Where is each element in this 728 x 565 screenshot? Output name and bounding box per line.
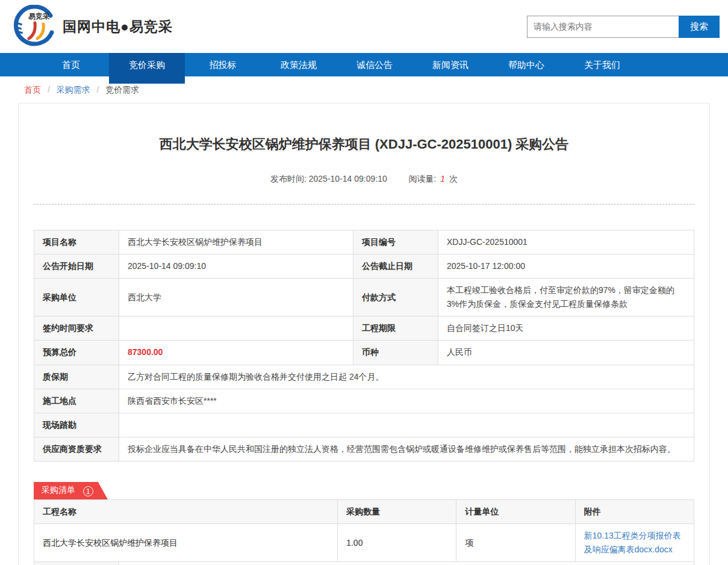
field-label: 预算单价 <box>34 562 119 565</box>
field-label: 采购单位 <box>34 279 119 316</box>
breadcrumb-current: 竞价需求 <box>105 85 139 94</box>
purchase-list-count-badge: 1 <box>83 486 93 496</box>
brand-logo-icon: 易竞采 <box>13 5 57 48</box>
article-meta: 发布时间: 2025-10-14 09:09:10 阅读量: 1 次 <box>34 174 694 185</box>
publish-time-value: 2025-10-14 09:09:10 <box>309 174 387 184</box>
field-label: 预算总价 <box>34 341 119 365</box>
field-label: 现场踏勘 <box>34 413 119 437</box>
field-label: 工程期限 <box>353 316 438 341</box>
purchase-list-table: 工程名称 采购数量 计量单位 附件 西北大学长安校区锅炉维护保养项目 1.00 … <box>34 499 694 562</box>
field-label: 质保期 <box>34 365 119 389</box>
quantity-cell: 1.00 <box>338 524 456 562</box>
purchase-detail-table: 预算单价 87300.00 元 工程内容 根据《锅炉定期检验规则TSGG7002… <box>34 561 694 565</box>
table-row: 项目名称 西北大学长安校区锅炉维护保养项目 项目编号 XDJJ-GC-20251… <box>34 230 694 255</box>
project-info-table: 项目名称 西北大学长安校区锅炉维护保养项目 项目编号 XDJJ-GC-20251… <box>34 230 694 462</box>
field-label: 项目编号 <box>353 230 438 255</box>
table-row: 预算总价 87300.00 币种 人民币 <box>34 341 694 365</box>
column-header: 附件 <box>575 499 694 523</box>
breadcrumb-separator: / <box>97 85 99 94</box>
nav-item-policies[interactable]: 政策法规 <box>261 53 337 76</box>
budget-unit-price-value: 87300.00 元 <box>119 562 694 565</box>
table-row: 公告开始日期 2025-10-14 09:09:10 公告截止日期 2025-1… <box>34 255 694 279</box>
attachment-cell: 新10.13工程类分项报价表及响应偏离表docx.docx <box>575 524 694 562</box>
table-row: 签约时间要求 工程期限 自合同签订之日10天 <box>34 316 694 341</box>
page-title: 西北大学长安校区锅炉维护保养项目 (XDJJ-GC-202510001) 采购公… <box>34 135 694 153</box>
search-button[interactable]: 搜索 <box>679 16 720 38</box>
dashed-divider <box>34 204 694 205</box>
table-header-row: 工程名称 采购数量 计量单位 附件 <box>34 499 694 523</box>
views-count: 1 <box>440 174 445 184</box>
nav-item-news[interactable]: 新闻资讯 <box>412 53 488 76</box>
field-value: 投标企业应当具备在中华人民共和国注册的独立法人资格，经营范围需包含锅炉或暖通设备… <box>119 437 694 461</box>
project-name-cell: 西北大学长安校区锅炉维护保养项目 <box>34 524 338 562</box>
table-row: 供应商资质要求 投标企业应当具备在中华人民共和国注册的独立法人资格，经营范围需包… <box>34 437 694 461</box>
page-header: 易竞采 国网中电●易竞采 搜索 <box>0 0 728 53</box>
field-value: 人民币 <box>438 341 694 365</box>
nav-item-home[interactable]: 首页 <box>33 53 109 76</box>
table-row: 质保期 乙方对合同工程的质量保修期为验收合格并交付使用之日起 24个月。 <box>34 365 694 389</box>
field-value: 2025-10-17 12:00:00 <box>438 255 694 279</box>
nav-item-help[interactable]: 帮助中心 <box>488 53 564 76</box>
field-value: 本工程竣工验收合格后，付至审定价款的97%，留审定金额的3%作为质保金，质保金支… <box>438 279 694 316</box>
field-value: 乙方对合同工程的质量保修期为验收合格并交付使用之日起 24个月。 <box>119 365 694 389</box>
nav-item-integrity[interactable]: 诚信公告 <box>337 53 412 76</box>
field-value: 西北大学 <box>119 279 353 316</box>
breadcrumb-home-link[interactable]: 首页 <box>24 85 41 94</box>
field-value: XDJJ-GC-202510001 <box>438 230 694 255</box>
field-label: 项目名称 <box>34 230 119 255</box>
field-value: 自合同签订之日10天 <box>438 316 694 341</box>
breadcrumb-separator: / <box>48 85 50 94</box>
brand-title: 国网中电●易竞采 <box>63 17 173 36</box>
field-label: 付款方式 <box>353 279 438 316</box>
table-row: 西北大学长安校区锅炉维护保养项目 1.00 项 新10.13工程类分项报价表及响… <box>34 524 694 562</box>
purchase-list-badge: 采购清单 1 <box>34 482 108 499</box>
budget-total-value: 87300.00 <box>119 341 353 365</box>
main-nav: 首页 竞价采购 招投标 政策法规 诚信公告 新闻资讯 帮助中心 关于我们 <box>0 53 728 76</box>
purchase-list-badge-label: 采购清单 <box>42 485 75 495</box>
column-header: 计量单位 <box>456 499 575 523</box>
field-label: 币种 <box>353 341 438 365</box>
table-row: 现场踏勘 <box>34 413 694 437</box>
breadcrumb-purchase-demand-link[interactable]: 采购需求 <box>57 85 90 94</box>
views-label: 阅读量: <box>409 174 437 184</box>
field-label: 公告开始日期 <box>34 255 119 279</box>
search-input[interactable] <box>527 16 679 38</box>
field-value <box>119 316 353 341</box>
search-box: 搜索 <box>527 16 720 38</box>
logo-text: 易竞采 <box>28 12 50 20</box>
views-unit: 次 <box>449 174 458 184</box>
publish-time-label: 发布时间: <box>270 174 306 184</box>
column-header: 工程名称 <box>34 499 338 523</box>
field-label: 签约时间要求 <box>34 316 119 341</box>
column-header: 采购数量 <box>338 499 456 523</box>
field-label: 施工地点 <box>34 389 119 413</box>
field-value: 陕西省西安市长安区**** <box>119 389 694 413</box>
table-row: 预算单价 87300.00 元 <box>34 562 694 565</box>
nav-item-bidding-purchase[interactable]: 竞价采购 <box>109 53 185 84</box>
field-value <box>119 413 694 437</box>
nav-item-about[interactable]: 关于我们 <box>564 53 640 76</box>
field-value: 西北大学长安校区锅炉维护保养项目 <box>119 230 353 255</box>
nav-item-tendering[interactable]: 招投标 <box>185 53 261 76</box>
attachment-link[interactable]: 新10.13工程类分项报价表及响应偏离表docx.docx <box>584 531 681 554</box>
unit-cell: 项 <box>456 524 575 562</box>
table-row: 施工地点 陕西省西安市长安区**** <box>34 389 694 413</box>
field-label: 公告截止日期 <box>353 255 438 279</box>
field-value: 2025-10-14 09:09:10 <box>119 255 353 279</box>
field-label: 供应商资质要求 <box>34 437 119 461</box>
table-row: 采购单位 西北大学 付款方式 本工程竣工验收合格后，付至审定价款的97%，留审定… <box>34 279 694 316</box>
announcement-card: 西北大学长安校区锅炉维护保养项目 (XDJJ-GC-202510001) 采购公… <box>18 103 710 565</box>
